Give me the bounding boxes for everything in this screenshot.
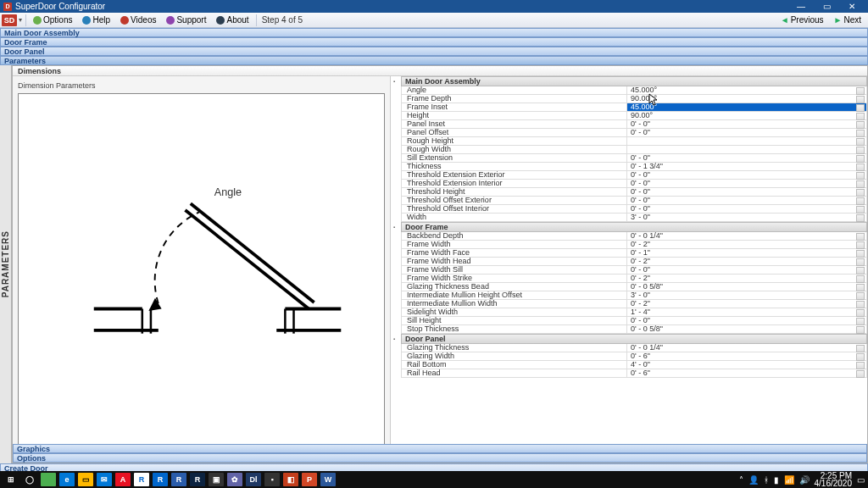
close-button[interactable]: ✕: [839, 0, 865, 13]
help-button[interactable]: Help: [77, 13, 115, 28]
autocad-icon[interactable]: A: [115, 473, 131, 486]
tray-up-icon[interactable]: ˄: [739, 475, 743, 485]
revit-icon-2[interactable]: R: [153, 473, 168, 486]
param-value[interactable]: 1' - 4": [627, 308, 867, 317]
previous-button[interactable]: ◄Previous: [776, 13, 829, 28]
wifi-icon[interactable]: 📶: [784, 475, 794, 485]
param-value[interactable]: 0' - 0": [627, 154, 867, 163]
dropdown-arrow-icon[interactable]: ▾: [19, 16, 22, 24]
cortana-icon[interactable]: ◯: [22, 473, 37, 486]
angle-text: Angle: [214, 186, 242, 198]
battery-icon[interactable]: ▮: [774, 475, 779, 485]
window-title: SuperDoor Configurator: [15, 2, 105, 11]
section-graphics[interactable]: Graphics: [13, 444, 867, 453]
user-icon[interactable]: 👤: [748, 475, 759, 485]
section-main-assembly[interactable]: Main Door Assembly: [0, 28, 868, 37]
param-value[interactable]: 45.000°: [627, 86, 867, 95]
param-value[interactable]: 0' - 2": [627, 274, 867, 283]
app-icon: D: [3, 3, 12, 11]
angle-diagram: Angle: [18, 93, 385, 444]
param-value[interactable]: 90.00°: [627, 112, 867, 120]
param-value[interactable]: 3' - 0": [627, 214, 867, 222]
param-value[interactable]: 0' - 0": [627, 197, 867, 205]
param-value[interactable]: 0' - 0": [627, 266, 867, 274]
param-value[interactable]: 0' - 0": [627, 180, 867, 188]
param-key: Stop Thickness: [401, 325, 627, 334]
powerpoint-icon[interactable]: P: [302, 473, 317, 486]
support-button[interactable]: Support: [161, 13, 211, 28]
teams-icon[interactable]: ✿: [227, 473, 242, 486]
explorer-icon[interactable]: ▭: [78, 473, 93, 486]
param-value[interactable]: [627, 146, 867, 154]
support-icon: [166, 16, 175, 25]
app-logo[interactable]: SD: [2, 14, 17, 26]
param-value[interactable]: 0' - 0": [627, 129, 867, 137]
arrow-left-icon: ◄: [781, 15, 789, 25]
param-value[interactable]: 0' - 0 1/4": [627, 232, 867, 241]
word-icon[interactable]: W: [320, 473, 336, 486]
revit-icon-4[interactable]: R: [190, 473, 205, 486]
param-row[interactable]: Stop Thickness0' - 0 5/8": [401, 325, 867, 334]
dimension-parameters-label: Dimension Parameters: [18, 81, 385, 90]
param-row[interactable]: Panel Offset0' - 0": [401, 129, 867, 137]
param-value[interactable]: 45.000°: [627, 103, 867, 112]
param-value[interactable]: 0' - 2": [627, 300, 867, 308]
param-value[interactable]: 0' - 0 5/8": [627, 325, 867, 334]
svg-line-1: [191, 203, 314, 302]
side-tab-parameters[interactable]: PARAMETERS: [0, 65, 12, 463]
param-value[interactable]: 90.000°: [627, 95, 867, 103]
param-value[interactable]: 0' - 1 3/4": [627, 163, 867, 171]
param-value[interactable]: 0' - 0 5/8": [627, 283, 867, 291]
param-value[interactable]: 0' - 0": [627, 205, 867, 214]
minimize-button[interactable]: —: [788, 0, 814, 13]
param-value[interactable]: 0' - 0 1/4": [627, 344, 867, 352]
param-value[interactable]: 0' - 0": [627, 188, 867, 197]
section-options[interactable]: Options: [13, 453, 867, 463]
param-value[interactable]: 0' - 0": [627, 317, 867, 325]
section-parameters[interactable]: Parameters: [0, 56, 868, 65]
section-door-panel[interactable]: Door Panel: [0, 47, 868, 56]
param-value[interactable]: 0' - 6": [627, 369, 867, 378]
param-value[interactable]: 0' - 1": [627, 249, 867, 258]
play-icon: [120, 16, 129, 25]
chrome-icon[interactable]: [41, 473, 56, 486]
volume-icon[interactable]: 🔊: [799, 475, 810, 485]
param-value[interactable]: 4' - 0": [627, 361, 867, 369]
param-row[interactable]: Rough Height: [401, 137, 867, 146]
param-value[interactable]: 0' - 6": [627, 352, 867, 361]
param-row[interactable]: Rail Head0' - 6": [401, 369, 867, 378]
outlook-icon[interactable]: ✉: [97, 473, 112, 486]
options-button[interactable]: Options: [28, 13, 77, 28]
param-value[interactable]: [627, 137, 867, 146]
app-icon-1[interactable]: ▣: [209, 473, 224, 486]
param-value[interactable]: 0' - 0": [627, 171, 867, 180]
maximize-button[interactable]: ▭: [814, 0, 839, 13]
param-key: Width: [401, 214, 627, 222]
param-value[interactable]: 3' - 0": [627, 291, 867, 300]
parameter-grid: Main Door AssemblyAngle45.000°Frame Dept…: [391, 76, 867, 444]
param-value[interactable]: 0' - 2": [627, 241, 867, 249]
param-value[interactable]: 0' - 2": [627, 258, 867, 266]
gear-icon: [33, 16, 42, 25]
next-button[interactable]: ►Next: [829, 13, 866, 28]
param-key: Rail Head: [401, 369, 627, 378]
section-door-frame[interactable]: Door Frame: [0, 37, 868, 47]
start-button[interactable]: ⊞: [3, 473, 19, 486]
revit-icon-1[interactable]: R: [134, 473, 149, 486]
app-icon-3[interactable]: ◧: [283, 473, 298, 486]
titlebar: D SuperDoor Configurator — ▭ ✕: [0, 0, 868, 13]
param-row[interactable]: Width3' - 0": [401, 214, 867, 222]
param-value[interactable]: 0' - 0": [627, 120, 867, 129]
app-icon-2[interactable]: Dl: [246, 473, 261, 486]
about-button[interactable]: About: [211, 13, 253, 28]
clock[interactable]: 2:25 PM4/16/2020: [815, 472, 853, 487]
terminal-icon[interactable]: ▪: [264, 473, 280, 486]
notifications-icon[interactable]: ▭: [857, 475, 865, 485]
system-tray[interactable]: ˄ 👤 ᚼ ▮ 📶 🔊 2:25 PM4/16/2020 ▭: [739, 472, 865, 487]
revit-icon-3[interactable]: R: [171, 473, 186, 486]
videos-button[interactable]: Videos: [115, 13, 161, 28]
edge-icon[interactable]: e: [59, 473, 75, 486]
bluetooth-icon[interactable]: ᚼ: [764, 475, 769, 485]
taskbar: ⊞ ◯ e ▭ ✉ A R R R R ▣ ✿ Dl ▪ ◧ P W ˄ 👤 ᚼ…: [0, 471, 868, 488]
param-key: Frame Inset: [401, 103, 627, 112]
